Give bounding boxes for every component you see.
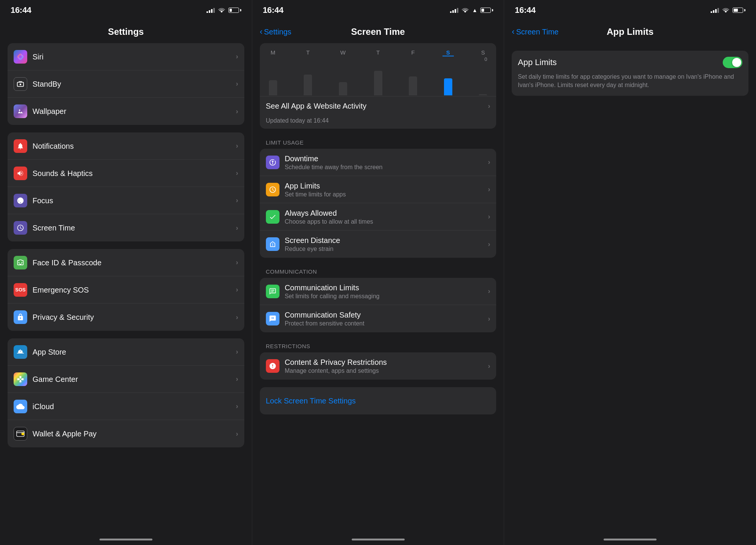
faceid-label: Face ID & Passcode: [33, 258, 236, 267]
status-icons-2: ▲: [450, 6, 493, 14]
wallet-item[interactable]: Wallet & Apple Pay ›: [8, 420, 244, 447]
applimits-label: App Limits: [285, 181, 488, 190]
day-w: W: [337, 49, 349, 56]
gamecenter-text: Game Center: [33, 375, 236, 384]
downtime-item[interactable]: Downtime Schedule time away from the scr…: [260, 149, 497, 176]
bar-s2: [477, 94, 489, 95]
focus-item[interactable]: Focus ›: [8, 187, 244, 214]
screen-distance-text: Screen Distance Reduce eye strain: [285, 236, 488, 252]
comm-limits-item[interactable]: Communication Limits Set limits for call…: [260, 278, 497, 305]
sos-icon: SOS: [14, 283, 27, 297]
applimits-back-button[interactable]: ‹ Screen Time: [512, 27, 559, 37]
siri-item[interactable]: Siri ›: [8, 43, 244, 70]
gamecenter-chevron: ›: [236, 375, 238, 383]
bar-f: [407, 76, 419, 95]
wallet-text: Wallet & Apple Pay: [33, 429, 236, 438]
wallet-icon: [14, 427, 27, 441]
downtime-chevron: ›: [488, 158, 490, 166]
settings-scroll[interactable]: Siri › StandBy ›: [0, 43, 252, 545]
sounds-text: Sounds & Haptics: [33, 169, 236, 178]
applimits-item[interactable]: App Limits Set time limits for apps ›: [260, 176, 497, 203]
day-s2: S: [477, 49, 489, 56]
settings-group-2: Notifications › Sounds & Haptics ›: [8, 132, 244, 241]
svg-point-6: [20, 199, 22, 201]
gamecenter-item[interactable]: Game Center ›: [8, 366, 244, 393]
icloud-text: iCloud: [33, 402, 236, 411]
app-limits-card: App Limits Set daily time limits for app…: [512, 51, 748, 96]
icloud-item[interactable]: iCloud ›: [8, 393, 244, 420]
wifi-icon-2: [461, 6, 469, 14]
applimits-scroll: App Limits Set daily time limits for app…: [504, 43, 756, 545]
screen-distance-item[interactable]: Screen Distance Reduce eye strain ›: [260, 230, 497, 258]
faceid-item[interactable]: Face ID & Passcode ›: [8, 249, 244, 276]
always-allowed-chevron: ›: [488, 213, 490, 221]
wifi-icon-3: [722, 6, 730, 14]
privacy-item[interactable]: Privacy & Security ›: [8, 304, 244, 331]
battery-icon-2: [480, 8, 493, 13]
siri-chevron: ›: [236, 53, 238, 61]
day-s1: S: [442, 49, 454, 56]
comm-safety-icon: [266, 312, 279, 325]
sos-label: Emergency SOS: [33, 285, 236, 294]
applimits-text: App Limits Set time limits for apps: [285, 181, 488, 198]
screentime-back-button[interactable]: ‹ Settings: [260, 27, 292, 37]
applimits-back-label: Screen Time: [516, 28, 559, 36]
gamecenter-icon: [14, 372, 27, 386]
app-limits-toggle[interactable]: [723, 57, 742, 68]
screentime-icon: [14, 221, 27, 235]
focus-icon: [14, 194, 27, 207]
wallet-chevron: ›: [236, 430, 238, 438]
sos-item[interactable]: SOS Emergency SOS ›: [8, 276, 244, 304]
applimits-chevron: ›: [488, 185, 490, 193]
notifications-item[interactable]: Notifications ›: [8, 132, 244, 160]
day-f: F: [407, 49, 419, 56]
screentime-scroll[interactable]: M T W T F S S 0: [252, 43, 504, 545]
signal-icon-3: [711, 8, 719, 13]
applimits-sublabel: Set time limits for apps: [285, 191, 488, 198]
lock-screen-item[interactable]: Lock Screen Time Settings: [260, 387, 497, 414]
bar-s1: [442, 78, 454, 95]
standby-item[interactable]: StandBy ›: [8, 70, 244, 98]
settings-group-3: Face ID & Passcode › SOS Emergency SOS ›: [8, 249, 244, 331]
screen-distance-chevron: ›: [488, 240, 490, 248]
comm-limits-chevron: ›: [488, 287, 490, 295]
wallet-label: Wallet & Apple Pay: [33, 429, 236, 438]
notifications-label: Notifications: [33, 142, 236, 151]
content-privacy-item[interactable]: Content & Privacy Restrictions Manage co…: [260, 352, 497, 380]
limit-usage-header: LIMIT USAGE: [252, 136, 504, 149]
signal-icon-1: [206, 8, 215, 13]
wallpaper-item[interactable]: Wallpaper ›: [8, 98, 244, 125]
screentime-item[interactable]: Screen Time ›: [8, 214, 244, 241]
home-indicator-2: [352, 539, 405, 540]
gamecenter-label: Game Center: [33, 375, 236, 384]
appstore-label: App Store: [33, 347, 236, 357]
sounds-item[interactable]: Sounds & Haptics ›: [8, 160, 244, 187]
see-all-chevron: ›: [488, 102, 490, 110]
content-privacy-icon: [266, 359, 279, 373]
settings-panel: 16:44: [0, 0, 252, 545]
home-indicator-3: [604, 539, 657, 540]
location-icon: ▲: [472, 7, 477, 13]
privacy-chevron: ›: [236, 313, 238, 321]
screentime-title: Screen Time: [351, 26, 405, 37]
wifi-icon-1: [218, 6, 225, 14]
see-all-activity-button[interactable]: See All App & Website Activity ›: [260, 96, 497, 116]
appstore-item[interactable]: App Store ›: [8, 338, 244, 366]
wallpaper-label: Wallpaper: [33, 107, 236, 116]
day-m: M: [267, 49, 279, 56]
comm-limits-icon: [266, 285, 279, 298]
always-allowed-item[interactable]: Always Allowed Choose apps to allow at a…: [260, 203, 497, 230]
appstore-chevron: ›: [236, 348, 238, 356]
faceid-text: Face ID & Passcode: [33, 258, 236, 267]
app-limits-card-title: App Limits: [518, 58, 557, 67]
status-bar-3: 16:44: [504, 0, 756, 20]
app-limits-description-text: Set daily time limits for app categories…: [518, 73, 742, 90]
screentime-label: Screen Time: [33, 223, 236, 232]
downtime-icon: [266, 156, 279, 169]
restrictions-header: RESTRICTIONS: [252, 340, 504, 352]
comm-safety-item[interactable]: Communication Safety Protect from sensit…: [260, 305, 497, 332]
siri-label: Siri: [33, 52, 236, 61]
siri-text: Siri: [33, 52, 236, 61]
standby-icon: [14, 77, 27, 91]
screentime-text: Screen Time: [33, 223, 236, 232]
